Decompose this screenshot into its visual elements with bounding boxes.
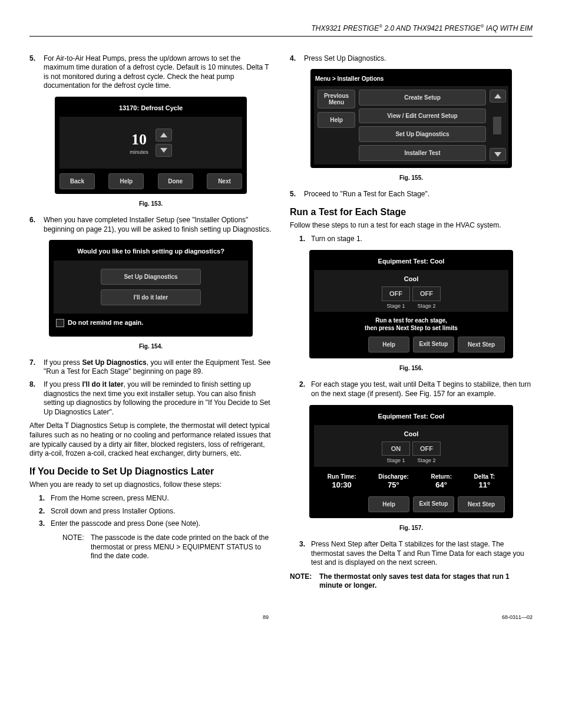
fig157-caption: Fig. 157. xyxy=(290,524,533,532)
exit-setup-button[interactable]: Exit Setup xyxy=(413,337,454,353)
page-footer: 89 68-0311—02 xyxy=(29,614,533,621)
list-text: Press Next Step after Delta T stabilizes… xyxy=(311,540,533,568)
list-num: 6. xyxy=(29,216,44,234)
right-column: 4. Press Set Up Diagnostics. Menu > Inst… xyxy=(290,54,533,591)
cool-label: Cool xyxy=(314,275,508,283)
back-button[interactable]: Back xyxy=(59,173,95,189)
list-text: If you press I'll do it later, you will … xyxy=(44,380,272,417)
list-num: 3. xyxy=(39,519,51,529)
defrost-unit: minutes xyxy=(130,149,148,156)
installer-test-button[interactable]: Installer Test xyxy=(359,145,486,161)
fig153-caption: Fig. 153. xyxy=(29,200,272,207)
list-text: Enter the passcode and press Done (see N… xyxy=(51,519,272,529)
list-text: For Air-to-Air Heat Pumps, press the up/… xyxy=(44,54,272,91)
checkbox-icon[interactable] xyxy=(56,319,64,327)
done-button[interactable]: Done xyxy=(158,173,193,189)
fig154-screen: Would you like to finish setting up diag… xyxy=(49,240,253,336)
fig155-caption: Fig. 155. xyxy=(290,174,533,182)
setup-diagnostics-button[interactable]: Set Up Diagnostics xyxy=(101,269,201,285)
exit-setup-button[interactable]: Exit Setup xyxy=(413,496,454,512)
fig155-screen: Menu > Installer Options Previous Menu H… xyxy=(310,69,512,168)
list-num: 1. xyxy=(299,235,311,244)
scrollbar-track[interactable] xyxy=(493,117,501,134)
note-label: NOTE: xyxy=(290,572,319,591)
list-text: From the Home screen, press MENU. xyxy=(51,494,272,503)
section-heading-run: Run a Test for Each Stage xyxy=(290,206,533,219)
list-text: Scroll down and press Installer Options. xyxy=(51,507,272,516)
arrow-up-button[interactable] xyxy=(156,129,172,141)
note-text: The thermostat only saves test data for … xyxy=(319,572,533,591)
next-step-button[interactable]: Next Step xyxy=(458,496,505,512)
triangle-down-icon xyxy=(160,148,167,153)
create-setup-button[interactable]: Create Setup xyxy=(359,90,486,106)
page-header: THX9321 PRESTIGE® 2.0 AND THX9421 PRESTI… xyxy=(29,24,533,37)
help-button[interactable]: Help xyxy=(368,496,409,512)
help-button[interactable]: Help xyxy=(318,112,355,128)
left-column: 5. For Air-to-Air Heat Pumps, press the … xyxy=(29,54,272,591)
next-button[interactable]: Next xyxy=(207,173,242,189)
screen-title: Would you like to finish setting up diag… xyxy=(54,245,248,260)
fig157-screen: Equipment Test: Cool Cool ONStage 1 OFFS… xyxy=(309,405,513,518)
later-intro: When you are ready to set up diagnostics… xyxy=(29,480,272,490)
list-num: 1. xyxy=(39,494,51,503)
list-num: 3. xyxy=(299,540,311,568)
note-text: The passcode is the date code printed on… xyxy=(91,533,272,561)
triangle-down-icon xyxy=(494,152,501,157)
list-text: Proceed to "Run a Test for Each Stage". xyxy=(304,190,533,199)
list-text: For each stage you test, wait until Delt… xyxy=(311,380,533,398)
cool-label: Cool xyxy=(314,430,508,438)
list-num: 5. xyxy=(29,54,44,91)
list-text: When you have completed Installer Setup … xyxy=(44,216,272,234)
page-number: 89 xyxy=(263,614,269,621)
help-button[interactable]: Help xyxy=(368,337,409,353)
fig153-screen: 13170: Defrost Cycle 10 minutes Back Hel… xyxy=(55,97,247,194)
section-heading-later: If You Decide to Set Up Diagnostics Late… xyxy=(29,466,272,478)
deltat-cell: Delta T:11° xyxy=(474,473,495,490)
scroll-up-button[interactable] xyxy=(490,90,506,103)
scroll-down-button[interactable] xyxy=(490,148,506,161)
triangle-up-icon xyxy=(160,133,167,137)
stage1-box[interactable]: ONStage 1 xyxy=(382,442,410,465)
list-text: Press Set Up Diagnostics. xyxy=(304,54,533,64)
remind-checkbox-row[interactable]: Do not remind me again. xyxy=(54,314,248,332)
do-later-button[interactable]: I'll do it later xyxy=(101,289,201,305)
previous-menu-button[interactable]: Previous Menu xyxy=(318,90,355,108)
view-edit-button[interactable]: View / Edit Current Setup xyxy=(359,108,486,123)
arrow-down-button[interactable] xyxy=(156,144,172,157)
list-num: 4. xyxy=(290,54,304,64)
defrost-value: 10 xyxy=(130,130,148,150)
list-text: Turn on stage 1. xyxy=(311,235,533,244)
runtime-cell: Run Time:10:30 xyxy=(328,473,356,490)
run-intro: Follow these steps to run a test for eac… xyxy=(290,221,533,230)
list-num: 2. xyxy=(39,507,51,516)
setup-diagnostics-button[interactable]: Set Up Diagnostics xyxy=(359,126,486,142)
breadcrumb: Menu > Installer Options xyxy=(314,73,508,86)
doc-number: 68-0311—02 xyxy=(502,614,533,621)
list-num: 7. xyxy=(29,358,44,377)
msg-line2: then press Next Step to set limits xyxy=(314,324,508,332)
discharge-cell: Discharge:75° xyxy=(378,473,409,490)
screen-title: Equipment Test: Cool xyxy=(314,255,508,270)
fig156-caption: Fig. 156. xyxy=(290,364,533,372)
list-num: 8. xyxy=(29,380,44,417)
help-button[interactable]: Help xyxy=(108,173,144,189)
return-cell: Return:64° xyxy=(431,473,452,490)
triangle-up-icon xyxy=(494,94,501,98)
stage2-box[interactable]: OFFStage 2 xyxy=(412,286,441,309)
checkbox-label: Do not remind me again. xyxy=(68,319,143,326)
note-label: NOTE: xyxy=(62,533,91,561)
next-step-button[interactable]: Next Step xyxy=(458,337,505,353)
fig156-screen: Equipment Test: Cool Cool OFFStage 1 OFF… xyxy=(309,250,513,359)
msg-line1: Run a test for each stage, xyxy=(314,317,508,324)
stage1-box[interactable]: OFFStage 1 xyxy=(382,286,410,309)
screen-title: 13170: Defrost Cycle xyxy=(59,101,242,117)
after-paragraph: After Delta T Diagnostics Setup is compl… xyxy=(29,421,272,458)
fig154-caption: Fig. 154. xyxy=(29,342,272,350)
list-num: 5. xyxy=(290,190,304,199)
list-text: If you press Set Up Diagnostics, you wil… xyxy=(44,358,272,377)
stage2-box[interactable]: OFFStage 2 xyxy=(412,442,441,465)
list-num: 2. xyxy=(299,380,311,398)
screen-title: Equipment Test: Cool xyxy=(314,410,508,425)
